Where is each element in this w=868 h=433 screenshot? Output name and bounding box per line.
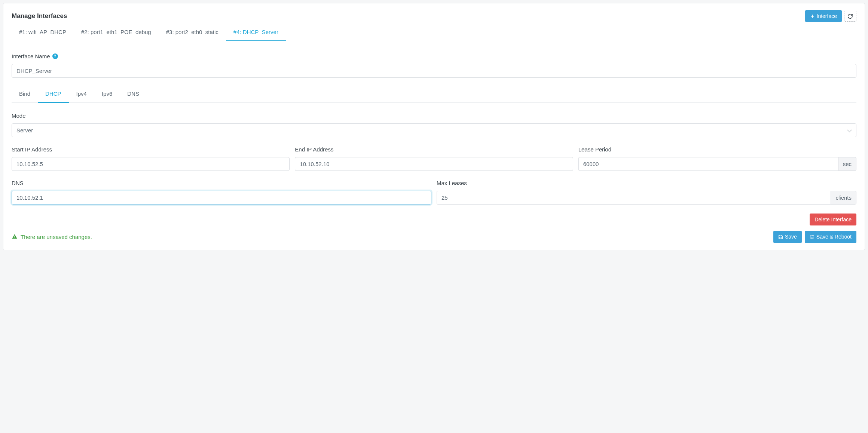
- save-icon: [810, 234, 814, 239]
- tab-interface-3[interactable]: #3: port2_eth0_static: [159, 25, 226, 41]
- interface-name-group: Interface Name ?: [12, 53, 856, 78]
- max-leases-input[interactable]: [437, 191, 831, 205]
- save-buttons: Save Save & Reboot: [773, 231, 856, 243]
- page-title: Manage Interfaces: [12, 12, 67, 20]
- plus-icon: [810, 14, 815, 19]
- end-ip-input[interactable]: [295, 157, 573, 171]
- max-leases-suffix: clients: [831, 191, 856, 205]
- tab-dhcp[interactable]: DHCP: [38, 87, 69, 103]
- tab-dns[interactable]: DNS: [120, 87, 147, 103]
- manage-interfaces-card: Manage Interfaces Interface #1: wifi_AP_…: [3, 3, 865, 250]
- dns-group: DNS: [12, 180, 431, 205]
- tab-interface-1[interactable]: #1: wifi_AP_DHCP: [12, 25, 74, 41]
- start-ip-group: Start IP Address: [12, 146, 290, 171]
- save-reboot-button[interactable]: Save & Reboot: [805, 231, 856, 243]
- sub-tabs: Bind DHCP Ipv4 Ipv6 DNS: [12, 87, 856, 103]
- max-leases-input-group: clients: [437, 191, 856, 205]
- unsaved-text: There are unsaved changes.: [21, 234, 92, 240]
- interface-form: Interface Name ? Bind DHCP Ipv4 Ipv6 DNS…: [12, 41, 856, 243]
- refresh-icon: [847, 13, 853, 19]
- max-leases-group: Max Leases clients: [437, 180, 856, 205]
- lease-suffix: sec: [838, 157, 856, 171]
- delete-row: Delete Interface: [12, 214, 856, 225]
- save-button[interactable]: Save: [773, 231, 802, 243]
- unsaved-changes-notice: There are unsaved changes.: [12, 234, 92, 240]
- warning-icon: [12, 234, 18, 240]
- interface-name-label-text: Interface Name: [12, 53, 50, 59]
- mode-label: Mode: [12, 113, 856, 119]
- dns-label: DNS: [12, 180, 431, 186]
- mode-select-wrap: Server: [12, 123, 856, 137]
- lease-input-group: sec: [578, 157, 856, 171]
- svg-rect-3: [14, 238, 15, 238]
- lease-input[interactable]: [578, 157, 838, 171]
- delete-interface-button[interactable]: Delete Interface: [810, 214, 856, 225]
- add-interface-button[interactable]: Interface: [805, 10, 842, 22]
- mode-select[interactable]: Server: [12, 123, 856, 137]
- end-ip-label: End IP Address: [295, 146, 573, 153]
- dns-input[interactable]: [12, 191, 431, 205]
- dns-max-row: DNS Max Leases clients: [12, 180, 856, 205]
- tab-bind[interactable]: Bind: [12, 87, 38, 103]
- add-interface-label: Interface: [817, 13, 837, 19]
- tab-ipv4[interactable]: Ipv4: [69, 87, 94, 103]
- card-header: Manage Interfaces Interface: [12, 10, 856, 22]
- tab-interface-4[interactable]: #4: DHCP_Server: [226, 25, 286, 41]
- interface-name-label: Interface Name ?: [12, 53, 856, 59]
- ip-lease-row: Start IP Address End IP Address Lease Pe…: [12, 146, 856, 171]
- svg-rect-6: [811, 235, 813, 236]
- help-icon[interactable]: ?: [52, 53, 58, 59]
- save-label: Save: [785, 233, 797, 240]
- start-ip-input[interactable]: [12, 157, 290, 171]
- svg-rect-7: [811, 237, 813, 239]
- tab-interface-2[interactable]: #2: port1_eth1_POE_debug: [74, 25, 159, 41]
- header-actions: Interface: [805, 10, 856, 22]
- svg-rect-4: [780, 235, 781, 236]
- interface-tabs: #1: wifi_AP_DHCP #2: port1_eth1_POE_debu…: [12, 25, 856, 41]
- max-leases-label: Max Leases: [437, 180, 856, 186]
- mode-group: Mode Server: [12, 113, 856, 137]
- save-icon: [778, 234, 783, 239]
- interface-name-input[interactable]: [12, 64, 856, 78]
- tab-ipv6[interactable]: Ipv6: [94, 87, 120, 103]
- refresh-button[interactable]: [844, 11, 856, 22]
- start-ip-label: Start IP Address: [12, 146, 290, 153]
- lease-group: Lease Period sec: [578, 146, 856, 171]
- svg-rect-2: [14, 236, 15, 237]
- end-ip-group: End IP Address: [295, 146, 573, 171]
- lease-label: Lease Period: [578, 146, 856, 153]
- save-reboot-label: Save & Reboot: [816, 233, 852, 240]
- svg-rect-5: [780, 237, 782, 239]
- footer-row: There are unsaved changes. Save Save & R…: [12, 231, 856, 243]
